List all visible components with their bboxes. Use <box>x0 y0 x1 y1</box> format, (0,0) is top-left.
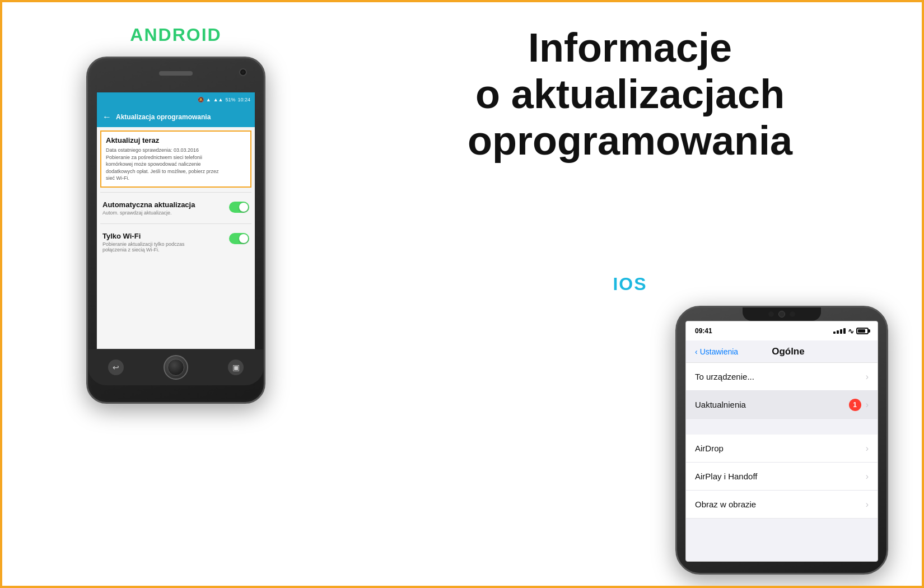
title-line-2: o aktualizacjach <box>475 72 785 116</box>
update-now-box[interactable]: Aktualizuj teraz Data ostatniego sprawdz… <box>100 130 251 188</box>
auto-update-title: Automatyczna aktualizacja <box>102 200 195 209</box>
ios-back-label: Ustawienia <box>700 347 738 356</box>
android-phone: 🔕 ▲ ▲▲ 51% 10:24 ← Aktualizacja oprogram… <box>86 57 265 404</box>
android-speaker <box>159 71 193 76</box>
ios-back-button[interactable]: ‹ Ustawienia <box>695 347 738 356</box>
ios-section: IOS 09:41 <box>372 274 888 575</box>
ios-wifi-icon: ∿ <box>848 327 854 335</box>
bar-1 <box>833 332 836 334</box>
android-label: ANDROID <box>130 25 221 45</box>
notch-mic <box>790 311 795 317</box>
update-now-desc: Data ostatniego sprawdzenia: 03.03.2016P… <box>106 147 246 182</box>
auto-update-info: Automatyczna aktualizacja Autom. sprawdz… <box>102 200 195 216</box>
wifi-only-title: Tylko Wi-Fi <box>102 232 185 240</box>
android-home-inner <box>167 359 184 376</box>
bar-3 <box>840 329 842 334</box>
wifi-status-icon: ▲ <box>206 97 211 102</box>
android-bottom-bar: ↩ ▣ <box>88 349 264 385</box>
ios-battery-icon <box>856 328 869 334</box>
item-airplay-right: › <box>866 472 869 482</box>
notch-camera <box>778 311 785 318</box>
item-picture-right: › <box>866 500 869 510</box>
list-item-updates[interactable]: Uaktualnienia 1 › <box>686 391 878 419</box>
auto-update-toggle[interactable] <box>229 202 249 213</box>
ios-list: To urządzenie... › Uaktualnienia 1 › <box>686 363 878 419</box>
list-item-picture[interactable]: Obraz w obrazie › <box>686 491 878 519</box>
android-nav-bar: ← Aktualizacja oprogramowania <box>97 107 255 127</box>
item-device-right: › <box>866 372 869 382</box>
battery-status: 51% <box>225 97 235 102</box>
ios-status-bar: 09:41 ∿ <box>686 321 878 340</box>
signal-icon: ▲▲ <box>213 97 223 102</box>
auto-update-row: Automatyczna aktualizacja Autom. sprawdz… <box>100 197 251 219</box>
right-panel: Informacje o aktualizacjach oprogramowan… <box>349 2 922 586</box>
divider-2 <box>100 223 251 224</box>
bar-4 <box>843 328 846 334</box>
ios-separator-1 <box>686 419 878 435</box>
item-picture-label: Obraz w obrazie <box>695 500 756 509</box>
battery-fill <box>858 329 865 333</box>
item-airdrop-chevron: › <box>866 444 869 454</box>
item-updates-label: Uaktualnienia <box>695 400 746 409</box>
item-updates-right: 1 › <box>849 399 869 411</box>
signal-bars <box>833 328 846 334</box>
android-home-btn[interactable] <box>164 355 188 380</box>
list-item-device[interactable]: To urządzenie... › <box>686 363 878 391</box>
list-item-airplay[interactable]: AirPlay i Handoff › <box>686 463 878 491</box>
android-recents-btn[interactable]: ▣ <box>228 360 244 375</box>
divider-1 <box>100 192 251 193</box>
item-device-chevron: › <box>866 372 869 382</box>
ios-notch <box>743 307 821 321</box>
android-camera <box>239 68 247 76</box>
android-top-bar <box>88 58 264 92</box>
wifi-only-info: Tylko Wi-Fi Pobieranie aktualizacji tylk… <box>102 232 185 253</box>
item-airplay-chevron: › <box>866 472 869 482</box>
ios-navigation-bar: ‹ Ustawienia Ogólne <box>686 340 878 363</box>
left-panel: ANDROID 🔕 ▲ ▲▲ 51% 10:24 ← Aktualizacja … <box>2 2 349 586</box>
title-line-3: oprogramowania <box>468 118 792 163</box>
item-device-label: To urządzenie... <box>695 372 754 381</box>
wifi-only-desc: Pobieranie aktualizacji tylko podczaspoł… <box>102 241 185 253</box>
android-content: Aktualizuj teraz Data ostatniego sprawdz… <box>97 127 255 259</box>
android-back-arrow[interactable]: ← <box>102 112 111 122</box>
android-nav-title: Aktualizacja oprogramowania <box>116 113 211 121</box>
title-line-1: Informacje <box>528 25 732 70</box>
item-airdrop-right: › <box>866 444 869 454</box>
ios-screen: 09:41 ∿ <box>685 321 878 562</box>
item-airdrop-label: AirDrop <box>695 444 724 453</box>
ios-time: 09:41 <box>695 327 712 335</box>
ios-phone: 09:41 ∿ <box>675 306 888 575</box>
wifi-only-row: Tylko Wi-Fi Pobieranie aktualizacji tylk… <box>100 228 251 256</box>
status-icons: 🔕 ▲ ▲▲ 51% 10:24 <box>198 97 250 102</box>
ios-signal-icons: ∿ <box>833 327 869 335</box>
android-screen: 🔕 ▲ ▲▲ 51% 10:24 ← Aktualizacja oprogram… <box>96 92 255 349</box>
ios-list-2: AirDrop › AirPlay i Handoff › Obraz w ob… <box>686 435 878 519</box>
volume-icon: 🔕 <box>198 97 204 102</box>
list-item-airdrop[interactable]: AirDrop › <box>686 435 878 463</box>
time-display: 10:24 <box>237 97 250 102</box>
wifi-only-toggle[interactable] <box>229 233 249 244</box>
android-back-btn[interactable]: ↩ <box>108 360 124 375</box>
item-airplay-label: AirPlay i Handoff <box>695 472 757 481</box>
ios-label: IOS <box>613 274 647 295</box>
bar-2 <box>837 330 839 334</box>
ios-back-chevron: ‹ <box>695 347 698 356</box>
item-picture-chevron: › <box>866 500 869 510</box>
main-title: Informacje o aktualizacjach oprogramowan… <box>372 25 888 164</box>
auto-update-desc: Autom. sprawdzaj aktualizacje. <box>102 210 195 216</box>
update-now-title: Aktualizuj teraz <box>106 136 246 144</box>
item-updates-chevron: › <box>866 400 869 410</box>
updates-badge: 1 <box>849 399 861 411</box>
notch-sensor <box>768 311 774 317</box>
ios-header-title: Ogólne <box>772 346 805 357</box>
android-status-bar: 🔕 ▲ ▲▲ 51% 10:24 <box>97 92 255 107</box>
